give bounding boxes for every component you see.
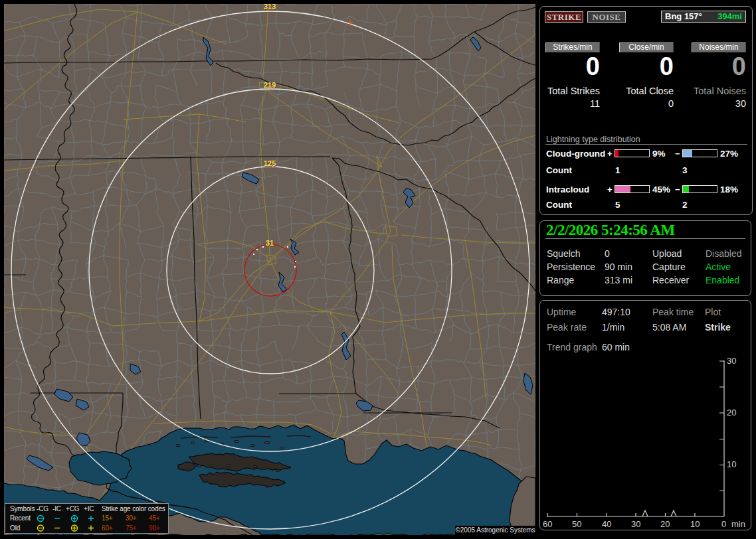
svg-text:50: 50	[572, 519, 581, 529]
svg-text:30: 30	[727, 356, 736, 366]
svg-text:31: 31	[266, 239, 274, 247]
svg-text:219: 219	[264, 81, 276, 89]
svg-text:min: min	[731, 519, 745, 529]
svg-text:10: 10	[727, 459, 736, 469]
svg-text:313: 313	[264, 4, 276, 11]
svg-text:40: 40	[602, 519, 611, 529]
svg-text:125: 125	[264, 159, 276, 167]
svg-text:20: 20	[727, 408, 736, 418]
svg-text:0: 0	[721, 519, 726, 529]
svg-text:10: 10	[690, 519, 700, 529]
svg-text:30: 30	[631, 519, 640, 529]
svg-text:60: 60	[543, 519, 552, 529]
svg-text:20: 20	[660, 519, 670, 529]
